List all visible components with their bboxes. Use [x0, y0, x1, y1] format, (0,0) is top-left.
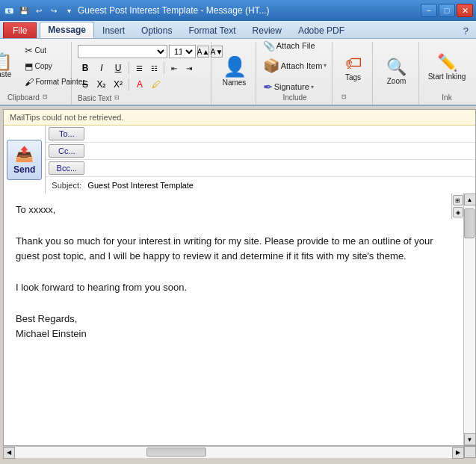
minimize-button[interactable]: −	[421, 4, 437, 17]
to-button[interactable]: To...	[49, 127, 84, 140]
quick-drop-icon[interactable]: ▾	[63, 4, 75, 16]
font-color-button[interactable]: A	[132, 78, 147, 91]
highlight-button[interactable]: 🖊	[149, 78, 164, 91]
increase-indent-button[interactable]: ⇥	[182, 62, 196, 74]
include-group: 📎 Attach File 📦 Attach Item ▾ ✒ Signatur…	[258, 42, 333, 105]
tab-review[interactable]: Review	[244, 22, 290, 38]
copy-icon: ⬒	[25, 61, 33, 72]
cc-button[interactable]: Cc...	[49, 144, 84, 158]
subscript-button[interactable]: X₂	[94, 78, 109, 91]
cc-input[interactable]	[87, 143, 475, 158]
window-title: Gueest Post Interest Template - Message …	[78, 5, 270, 16]
side-ctrl-2[interactable]: ◈	[453, 207, 463, 217]
attach-file-button[interactable]: 📎 Attach File	[259, 38, 331, 54]
zoom-button[interactable]: 🔍 Zoom	[380, 47, 413, 95]
bold-button[interactable]: B	[78, 61, 93, 75]
bcc-button[interactable]: Bcc...	[49, 161, 84, 175]
mailtips-text: MailTips could not be retrieved.	[10, 113, 123, 122]
decrease-indent-button[interactable]: ⇤	[167, 62, 181, 74]
tags-expand-button[interactable]: ⊡	[340, 93, 348, 102]
close-button[interactable]: ✕	[457, 4, 473, 17]
paste-button[interactable]: 📋 Paste	[0, 42, 18, 90]
tab-adobe-pdf[interactable]: Adobe PDF	[290, 22, 353, 38]
signature-dropdown-arrow: ▾	[311, 84, 314, 90]
scroll-corner	[464, 446, 476, 458]
to-input[interactable]	[87, 126, 475, 141]
send-label: Send	[13, 164, 35, 175]
paste-label: Paste	[0, 70, 11, 78]
clipboard-label: Clipboard	[7, 92, 40, 102]
clipboard-expand-button[interactable]: ⊡	[41, 93, 49, 102]
scroll-thumb-v[interactable]	[464, 208, 475, 238]
subject-field-row: Subject:	[46, 177, 475, 194]
quick-undo-icon[interactable]: ↩	[33, 4, 45, 16]
tab-insert[interactable]: Insert	[94, 22, 133, 38]
help-button[interactable]: ?	[459, 24, 473, 38]
vertical-scrollbar[interactable]: ▲ ▼	[463, 194, 475, 445]
bullets-button[interactable]: ☰	[132, 62, 146, 74]
cut-icon: ✂	[25, 45, 33, 56]
horizontal-scrollbar[interactable]: ◀ ▶	[3, 446, 464, 458]
attach-file-icon: 📎	[263, 40, 275, 52]
title-bar: 📧 💾 ↩ ↪ ▾ Gueest Post Interest Template …	[0, 0, 476, 21]
attach-item-icon: 📦	[263, 58, 279, 74]
restore-button[interactable]: □	[439, 4, 455, 17]
tags-icon: 🏷	[345, 54, 362, 73]
strikethrough-button[interactable]: S	[78, 78, 93, 91]
zoom-group: 🔍 Zoom	[374, 42, 419, 105]
tags-button[interactable]: 🏷 Tags	[337, 44, 370, 92]
zoom-icon: 🔍	[386, 58, 407, 77]
zoom-label: Zoom	[387, 77, 407, 85]
quick-save-icon[interactable]: 💾	[18, 4, 30, 16]
quick-redo-icon[interactable]: ↪	[48, 4, 60, 16]
send-icon: 📤	[15, 145, 34, 163]
scroll-right-arrow[interactable]: ▶	[452, 447, 464, 459]
scroll-thumb-h[interactable]	[146, 448, 206, 457]
scroll-track-h[interactable]	[15, 447, 452, 458]
tab-format-text[interactable]: Format Text	[180, 22, 244, 38]
superscript-button[interactable]: X²	[111, 78, 126, 91]
side-controls: ⊞ ◈	[451, 194, 463, 219]
italic-button[interactable]: I	[94, 61, 109, 75]
names-label: Names	[223, 78, 247, 87]
font-grow-button[interactable]: A▲	[197, 46, 209, 58]
paste-icon: 📋	[0, 54, 12, 70]
scroll-down-arrow[interactable]: ▼	[464, 433, 476, 445]
numbering-button[interactable]: ☷	[147, 62, 161, 74]
bcc-input[interactable]	[87, 161, 475, 176]
ink-group-label: Ink	[442, 92, 451, 102]
signature-icon: ✒	[263, 80, 273, 94]
basic-text-label: Basic Text	[78, 93, 111, 102]
underline-button[interactable]: U	[111, 61, 126, 75]
scroll-left-arrow[interactable]: ◀	[3, 447, 15, 459]
start-inking-button[interactable]: ✏️ Start Inking	[424, 43, 469, 91]
bcc-field-row: Bcc...	[46, 160, 475, 177]
attach-item-button[interactable]: 📦 Attach Item ▾	[259, 55, 331, 76]
cc-field-row: Cc...	[46, 143, 475, 160]
compose-fields: To... Cc... Bcc... Subject:	[46, 126, 475, 194]
compose-header: 📤 Send To... Cc... Bcc...	[4, 126, 475, 194]
ribbon: 📋 Paste ✂ Cut ⬒ Copy 🖌 Format Painter C	[0, 39, 476, 106]
font-name-select[interactable]	[78, 45, 167, 58]
names-group: 👤 Names	[213, 42, 256, 105]
tags-group: 🏷 Tags ⊡	[334, 42, 373, 105]
ribbon-tabs: File Message Insert Options Format Text …	[0, 21, 476, 39]
mailtips-bar: MailTips could not be retrieved.	[4, 110, 475, 126]
bottom-bar: ◀ ▶	[0, 446, 476, 458]
side-ctrl-1[interactable]: ⊞	[453, 195, 463, 205]
scroll-track-v[interactable]	[464, 205, 475, 433]
subject-input[interactable]	[84, 178, 475, 193]
to-field-row: To...	[46, 126, 475, 143]
email-body-text: To xxxxx, Thank you so much for your int…	[16, 202, 445, 342]
email-body[interactable]: To xxxxx, Thank you so much for your int…	[4, 194, 463, 351]
basic-text-expand-button[interactable]: ⊡	[113, 94, 121, 102]
tab-options[interactable]: Options	[133, 22, 180, 38]
tab-message[interactable]: Message	[40, 22, 94, 38]
subject-label: Subject:	[46, 181, 84, 190]
send-button[interactable]: 📤 Send	[7, 140, 42, 180]
attach-item-label: Attach Item	[281, 61, 323, 70]
names-button[interactable]: 👤 Names	[218, 47, 251, 95]
tab-file[interactable]: File	[3, 22, 37, 38]
scroll-up-arrow[interactable]: ▲	[464, 194, 476, 205]
font-size-select[interactable]: 11	[169, 45, 196, 58]
